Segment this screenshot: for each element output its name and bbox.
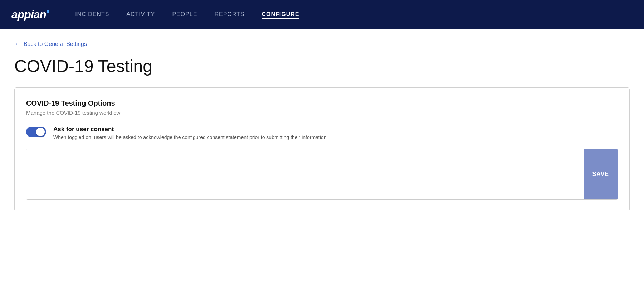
save-button[interactable]: SAVE — [584, 149, 618, 199]
back-link-label: Back to General Settings — [24, 41, 87, 47]
consent-text-row: SAVE — [26, 149, 618, 200]
toggle-thumb — [36, 128, 45, 136]
consent-textarea[interactable] — [26, 149, 584, 199]
main-content: ← Back to General Settings COVID-19 Test… — [0, 29, 644, 291]
nav-configure[interactable]: CONFIGURE — [262, 10, 299, 19]
toggle-label: Ask for user consent — [53, 126, 326, 133]
nav-reports[interactable]: REPORTS — [214, 10, 244, 19]
logo-text: appian — [11, 8, 46, 21]
logo-dot — [47, 10, 49, 13]
nav-people[interactable]: PEOPLE — [172, 10, 197, 19]
nav: INCIDENTS ACTIVITY PEOPLE REPORTS CONFIG… — [75, 10, 299, 19]
consent-toggle-row: Ask for user consent When toggled on, us… — [26, 126, 618, 140]
card-title: COVID-19 Testing Options — [26, 99, 618, 108]
consent-toggle[interactable] — [26, 127, 46, 137]
nav-incidents[interactable]: INCIDENTS — [75, 10, 109, 19]
back-to-general-settings-link[interactable]: ← Back to General Settings — [14, 40, 630, 48]
header: appian INCIDENTS ACTIVITY PEOPLE REPORTS… — [0, 0, 644, 29]
toggle-label-group: Ask for user consent When toggled on, us… — [53, 126, 326, 140]
testing-options-card: COVID-19 Testing Options Manage the COVI… — [14, 87, 630, 211]
logo: appian — [11, 8, 49, 21]
toggle-description: When toggled on, users will be asked to … — [53, 134, 326, 140]
nav-activity[interactable]: ACTIVITY — [126, 10, 155, 19]
toggle-track[interactable] — [26, 127, 46, 137]
page-title: COVID-19 Testing — [14, 56, 630, 76]
back-arrow-icon: ← — [14, 40, 21, 48]
card-subtitle: Manage the COVID-19 testing workflow — [26, 110, 618, 116]
